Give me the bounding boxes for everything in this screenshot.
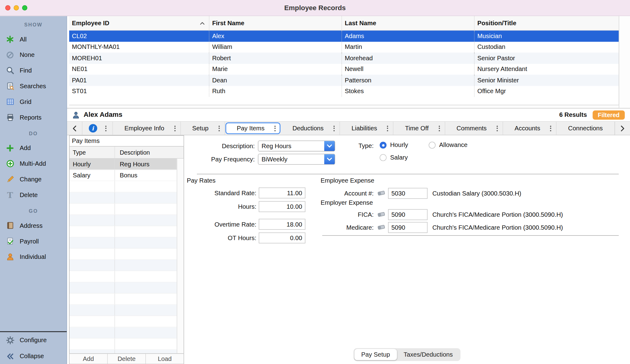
pay-item-row-empty[interactable] xyxy=(70,260,177,271)
sidebar-item-find[interactable]: Find xyxy=(0,63,67,78)
pay-item-row-empty[interactable] xyxy=(70,192,177,204)
sidebar-item-change[interactable]: Change xyxy=(0,172,67,187)
tab-options-icon[interactable] xyxy=(105,125,106,131)
tab-record-info[interactable]: i xyxy=(82,122,113,135)
tab-scroll-right-button[interactable] xyxy=(615,122,630,135)
tab-pay-items[interactable]: Pay Items xyxy=(225,122,281,134)
account-lookup-icon[interactable] xyxy=(377,190,385,196)
column-header-type[interactable]: Type xyxy=(70,147,115,158)
column-header-employee-id[interactable]: Employee ID xyxy=(69,16,209,30)
fica-account-input[interactable]: 5090 xyxy=(388,209,428,220)
medicare-account-input[interactable]: 5090 xyxy=(388,222,428,233)
tab-options-icon[interactable] xyxy=(439,125,440,131)
filtered-badge[interactable]: Filtered xyxy=(592,110,625,120)
description-cell xyxy=(115,305,177,315)
tab-options-icon[interactable] xyxy=(174,125,175,131)
pay-item-row-empty[interactable] xyxy=(70,294,177,305)
tab-setup[interactable]: Setup xyxy=(181,122,225,135)
tab-connections[interactable]: Connections xyxy=(556,122,615,135)
tab-options-icon[interactable] xyxy=(550,125,551,131)
pay-item-row-empty[interactable] xyxy=(70,226,177,237)
tab-scroll-left-button[interactable] xyxy=(67,122,82,135)
sidebar-item-address[interactable]: Address xyxy=(0,218,67,233)
tab-options-icon[interactable] xyxy=(496,125,498,131)
minimize-window-button[interactable] xyxy=(14,5,19,10)
chevron-down-icon[interactable] xyxy=(324,154,335,164)
tab-taxes-deductions[interactable]: Taxes/Deductions xyxy=(397,349,460,360)
tab-comments[interactable]: Comments xyxy=(445,122,503,135)
load-pay-item-button[interactable]: Load xyxy=(146,354,184,364)
employee-row-moreh01[interactable]: MOREH01RobertMoreheadSenior Pastor xyxy=(69,53,619,64)
employee-row-cl02[interactable]: CL02AlexAdamsMusician xyxy=(69,30,619,42)
close-window-button[interactable] xyxy=(5,5,10,10)
pay-item-row-empty[interactable] xyxy=(70,316,177,327)
tab-options-icon[interactable] xyxy=(218,125,220,131)
sidebar-item-delete[interactable]: TDelete xyxy=(0,187,67,203)
overtime-rate-input[interactable]: 18.00 xyxy=(259,219,305,230)
overtime-rate-label: Overtime Rate: xyxy=(184,221,256,228)
radio-button[interactable] xyxy=(429,141,436,148)
add-pay-item-button[interactable]: Add xyxy=(70,354,108,364)
pay-item-row-empty[interactable] xyxy=(70,305,177,316)
sidebar-item-collapse[interactable]: Collapse xyxy=(0,348,67,364)
pay-item-row-empty[interactable] xyxy=(70,338,177,350)
pay-items-scrollbar[interactable] xyxy=(177,159,184,353)
employee-row-ne01[interactable]: NE01MarieNewellNursery Attendant xyxy=(69,64,619,75)
pay-item-row-empty[interactable] xyxy=(70,350,177,354)
sidebar-item-configure[interactable]: Configure xyxy=(0,332,67,348)
column-header-first-name[interactable]: First Name xyxy=(209,16,341,30)
radio-button[interactable] xyxy=(380,154,386,161)
tab-liabilities[interactable]: Liabilities xyxy=(340,122,393,135)
ot-hours-input[interactable]: 0.00 xyxy=(259,232,305,243)
pay-item-row-hourly[interactable]: HourlyReg Hours xyxy=(70,159,177,170)
radio-allowance[interactable]: Allowance xyxy=(429,141,468,149)
tab-employee-info[interactable]: Employee Info xyxy=(113,122,181,135)
description-dropdown[interactable]: Reg Hours xyxy=(258,140,335,151)
sidebar-item-grid[interactable]: Grid xyxy=(0,94,67,110)
sidebar-item-searches[interactable]: Searches xyxy=(0,78,67,94)
pay-item-row-empty[interactable] xyxy=(70,327,177,338)
delete-pay-item-button[interactable]: Delete xyxy=(108,354,146,364)
tab-deductions[interactable]: Deductions xyxy=(281,122,340,135)
zoom-window-button[interactable] xyxy=(22,5,27,10)
sidebar-item-all[interactable]: All xyxy=(0,31,67,47)
pay-frequency-dropdown[interactable]: BiWeekly xyxy=(258,154,335,164)
pay-item-row-empty[interactable] xyxy=(70,181,177,192)
sidebar-item-payroll[interactable]: Payroll xyxy=(0,233,67,249)
sidebar-item-multi-add[interactable]: Multi-Add xyxy=(0,156,67,172)
tab-options-icon[interactable] xyxy=(274,125,276,131)
horizontal-scrollbar[interactable] xyxy=(69,105,619,108)
pay-item-row-empty[interactable] xyxy=(70,215,177,226)
pay-item-row-empty[interactable] xyxy=(70,248,177,260)
employee-row-monthly-ma01[interactable]: MONTHLY-MA01WilliamMartinCustodian xyxy=(69,42,619,53)
sidebar-item-none[interactable]: None xyxy=(0,47,67,63)
tab-options-icon[interactable] xyxy=(333,125,335,131)
pay-item-row-empty[interactable] xyxy=(70,271,177,283)
chevron-down-icon[interactable] xyxy=(324,141,335,151)
tab-accounts[interactable]: Accounts xyxy=(503,122,556,135)
hours-input[interactable]: 10.00 xyxy=(259,201,305,212)
sidebar-item-add[interactable]: Add xyxy=(0,140,67,156)
pay-item-row-empty[interactable] xyxy=(70,282,177,294)
tab-pay-setup[interactable]: Pay Setup xyxy=(354,349,397,360)
tab-options-icon[interactable] xyxy=(387,125,388,131)
account-number-input[interactable]: 5030 xyxy=(388,188,428,199)
sidebar-item-reports[interactable]: Reports xyxy=(0,110,67,125)
radio-salary[interactable]: Salary xyxy=(380,154,408,161)
radio-button-selected[interactable] xyxy=(380,141,386,148)
standard-rate-input[interactable]: 11.00 xyxy=(259,188,305,198)
sidebar-item-individual[interactable]: Individual xyxy=(0,249,67,265)
employee-row-st01[interactable]: ST01RuthStokesOffice Mgr xyxy=(69,86,619,97)
column-header-position-title[interactable]: Position/Title xyxy=(474,16,619,30)
account-lookup-icon[interactable] xyxy=(377,212,385,218)
vertical-scrollbar[interactable] xyxy=(619,16,630,108)
tab-time-off[interactable]: Time Off xyxy=(393,122,445,135)
pay-item-row-salary[interactable]: SalaryBonus xyxy=(70,170,177,181)
pay-item-row-empty[interactable] xyxy=(70,204,177,215)
account-lookup-icon[interactable] xyxy=(377,224,385,231)
column-header-description[interactable]: Description xyxy=(115,147,184,158)
pay-item-row-empty[interactable] xyxy=(70,237,177,249)
radio-hourly[interactable]: Hourly xyxy=(380,141,408,149)
column-header-last-name[interactable]: Last Name xyxy=(341,16,474,30)
employee-row-pa01[interactable]: PA01DeanPattersonSenior Minister xyxy=(69,75,619,86)
